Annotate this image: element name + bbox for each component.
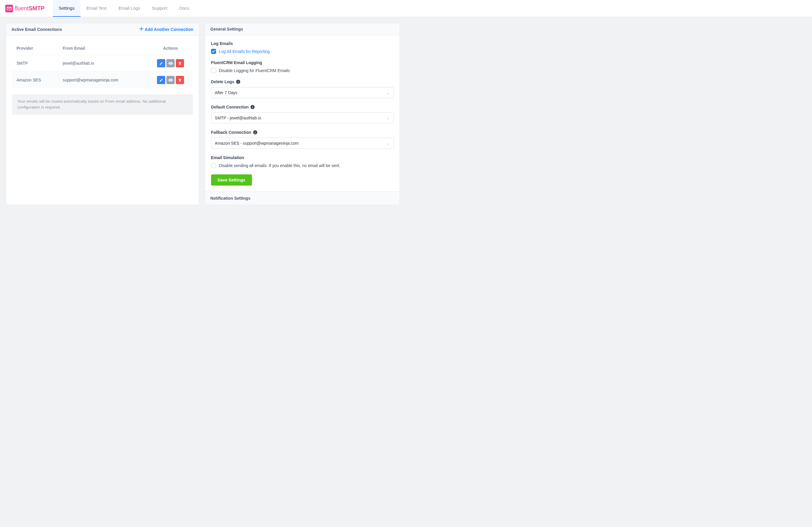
chevron-down-icon: ⌄ (386, 141, 390, 145)
notification-settings-header[interactable]: Notification Settings (205, 191, 400, 205)
tab-email-test[interactable]: Email Test (81, 0, 113, 17)
general-settings-title: General Settings (211, 27, 243, 31)
col-actions: Actions (148, 42, 192, 55)
main-container: Active Email Connections Add Another Con… (0, 17, 406, 211)
info-icon[interactable]: i (236, 80, 240, 84)
delete-logs-title: Delete Logs i (211, 80, 394, 84)
general-settings-header: General Settings (205, 23, 400, 35)
table-row: SMTPjewel@authlab.io (12, 55, 193, 72)
fallback-conn-group: Fallback Connection i Amazon SES - suppo… (211, 130, 394, 149)
col-from-email: From Email (58, 42, 148, 55)
tab-email-logs[interactable]: Email Logs (113, 0, 146, 17)
from-email-cell: support@wpmanageninja.com (58, 72, 148, 88)
col-provider: Provider (12, 42, 58, 55)
general-settings-body: Log Emails Log All Emails for Reporting … (205, 35, 400, 191)
connections-panel: Active Email Connections Add Another Con… (6, 23, 199, 205)
connections-table: Provider From Email Actions SMTPjewel@au… (12, 41, 193, 88)
add-connection-label: Add Another Connection (145, 27, 193, 32)
general-settings-panel: General Settings Log Emails Log All Emai… (205, 23, 400, 205)
view-button[interactable] (166, 76, 175, 84)
from-email-cell: jewel@authlab.io (58, 55, 148, 72)
brand-name-2: SMTP (29, 5, 44, 12)
simulation-checkbox-row[interactable]: Disable sending all emails. If you enabl… (211, 163, 394, 168)
log-emails-checkbox[interactable] (211, 49, 216, 54)
default-conn-value: SMTP - jewel@authlab.io (215, 116, 261, 120)
connections-title: Active Email Connections (12, 27, 62, 32)
view-button[interactable] (166, 59, 175, 67)
add-connection-button[interactable]: Add Another Connection (139, 27, 193, 32)
actions-cell (148, 55, 192, 72)
chevron-down-icon: ⌄ (386, 90, 390, 95)
fluentcrm-checkbox[interactable] (211, 68, 216, 73)
tab-docs[interactable]: Docs (173, 0, 195, 17)
delete-button[interactable] (176, 59, 184, 67)
default-conn-title: Default Connection i (211, 105, 394, 110)
simulation-label: Disable sending all emails. If you enabl… (219, 163, 340, 168)
fluentcrm-title: FluentCRM Email Logging (211, 60, 394, 65)
fluentcrm-label: Disable Logging for FluentCRM Emails (219, 68, 290, 73)
table-row: Amazon SESsupport@wpmanageninja.com (12, 72, 193, 88)
delete-logs-group: Delete Logs i After 7 Days ⌄ (211, 80, 394, 98)
default-conn-title-text: Default Connection (211, 105, 249, 110)
default-conn-group: Default Connection i SMTP - jewel@authla… (211, 105, 394, 124)
provider-cell: SMTP (12, 55, 58, 72)
delete-logs-value: After 7 Days (215, 90, 237, 95)
fluentcrm-checkbox-row[interactable]: Disable Logging for FluentCRM Emails (211, 68, 394, 73)
default-conn-select[interactable]: SMTP - jewel@authlab.io ⌄ (211, 112, 394, 124)
delete-button[interactable] (176, 76, 184, 84)
actions-cell (148, 72, 192, 88)
fallback-conn-title: Fallback Connection i (211, 130, 394, 135)
notification-settings-title: Notification Settings (211, 196, 250, 201)
simulation-title: Email Simulation (211, 155, 394, 160)
top-bar: fluentSMTP SettingsEmail TestEmail LogsS… (0, 0, 812, 17)
edit-button[interactable] (157, 59, 165, 67)
simulation-group: Email Simulation Disable sending all ema… (211, 155, 394, 168)
brand-logo: fluentSMTP (5, 5, 45, 12)
delete-logs-select[interactable]: After 7 Days ⌄ (211, 87, 394, 98)
log-emails-group: Log Emails Log All Emails for Reporting (211, 41, 394, 54)
routing-hint: Your emails will be routed automatically… (12, 95, 193, 115)
brand-name-1: fluent (15, 5, 29, 12)
edit-button[interactable] (157, 76, 165, 84)
nav-tabs: SettingsEmail TestEmail LogsSupportDocs (53, 0, 195, 17)
provider-cell: Amazon SES (12, 72, 58, 88)
log-emails-title: Log Emails (211, 41, 394, 46)
chevron-down-icon: ⌄ (386, 116, 390, 120)
fluentcrm-group: FluentCRM Email Logging Disable Logging … (211, 60, 394, 73)
save-settings-button[interactable]: Save Settings (211, 174, 252, 186)
log-emails-label: Log All Emails for Reporting (219, 49, 270, 54)
logo-mark-icon (5, 5, 13, 12)
fallback-conn-value: Amazon SES - support@wpmanageninja.com (215, 141, 299, 145)
connections-panel-header: Active Email Connections Add Another Con… (6, 23, 199, 35)
fallback-conn-select[interactable]: Amazon SES - support@wpmanageninja.com ⌄ (211, 138, 394, 149)
log-emails-checkbox-row[interactable]: Log All Emails for Reporting (211, 49, 394, 54)
info-icon[interactable]: i (253, 130, 257, 134)
tab-support[interactable]: Support (146, 0, 173, 17)
brand-text: fluentSMTP (15, 5, 45, 12)
delete-logs-title-text: Delete Logs (211, 80, 234, 84)
info-icon[interactable]: i (250, 105, 255, 109)
simulation-checkbox[interactable] (211, 163, 216, 168)
tab-settings[interactable]: Settings (53, 0, 81, 17)
connections-body: Provider From Email Actions SMTPjewel@au… (6, 35, 199, 120)
plus-icon (139, 27, 144, 32)
fallback-conn-title-text: Fallback Connection (211, 130, 251, 135)
